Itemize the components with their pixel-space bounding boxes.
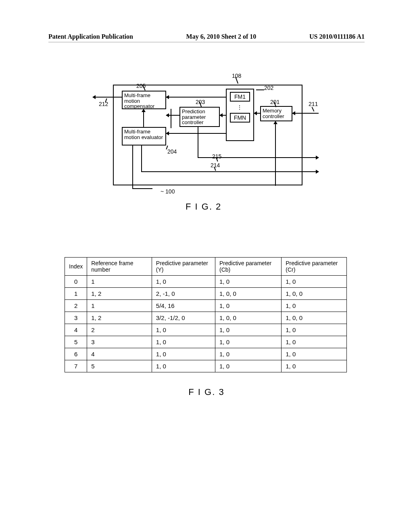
table-row: 6 4 1, 0 1, 0 1, 0 <box>65 348 347 360</box>
block-evaluator: Multi-frame motion evaluator <box>122 127 166 145</box>
arrow-in-right <box>292 113 319 114</box>
arrow-fm-to-eval <box>166 133 226 134</box>
page-header: Patent Application Publication May 6, 20… <box>48 33 365 42</box>
fig2-caption: F I G. 2 <box>186 202 221 212</box>
arrow-100-to-mem <box>275 121 276 186</box>
table-row: 0 1 1, 0 1, 0 1, 0 <box>65 276 347 288</box>
table-row: 5 3 1, 0 1, 0 1, 0 <box>65 336 347 348</box>
block-pred-param: Prediction parameter controller <box>179 107 220 127</box>
label-211: 211 <box>309 101 318 107</box>
arrow-pred-to-comp <box>166 115 179 116</box>
arrow-out-left <box>93 97 122 98</box>
fig3-table-wrap: Index Reference frame number Predictive … <box>65 257 347 372</box>
fig3-caption: F I G. 3 <box>0 387 413 397</box>
fig2-diagram: 108 Multi-frame motion compensator 205 M… <box>93 69 319 214</box>
fig3-table: Index Reference frame number Predictive … <box>65 257 347 372</box>
fmn: FMN <box>230 113 250 123</box>
table-header-row: Index Reference frame number Predictive … <box>65 258 347 276</box>
label-202: 202 <box>264 85 273 91</box>
col-ref-frame: Reference frame number <box>87 258 152 276</box>
label-212: 212 <box>99 101 108 107</box>
arrow-fm-to-comp <box>166 97 226 98</box>
label-100: ~ 100 <box>161 188 175 195</box>
arrow-fm-to-pred <box>220 115 226 116</box>
col-pred-cr: Predictive parameter (Cr) <box>282 258 347 276</box>
table-row: 2 1 5/4, 16 1, 0 1, 0 <box>65 300 347 312</box>
arrow-mem-to-fm <box>254 113 260 114</box>
patent-page: Patent Application Publication May 6, 20… <box>0 0 413 532</box>
block-mem-ctrl: Memory controller <box>260 106 292 121</box>
table-row: 7 5 1, 0 1, 0 1, 0 <box>65 360 347 372</box>
col-index: Index <box>65 258 87 276</box>
col-pred-y: Predictive parameter (Y) <box>152 258 215 276</box>
block-compensator: Multi-frame motion compensator <box>122 91 166 109</box>
arrow-out-215 <box>198 157 319 158</box>
header-right: US 2010/0111186 A1 <box>309 33 365 40</box>
table-row: 4 2 1, 0 1, 0 1, 0 <box>65 324 347 336</box>
label-204: 204 <box>167 148 177 155</box>
label-108: 108 <box>232 73 241 79</box>
header-center: May 6, 2010 Sheet 2 of 10 <box>186 33 257 40</box>
table-row: 3 1, 2 3/2, -1/2, 0 1, 0, 0 1, 0, 0 <box>65 312 347 324</box>
arrow-eval-to-comp <box>143 109 144 127</box>
fm1: FM1 <box>230 92 250 102</box>
label-214: 214 <box>211 162 220 168</box>
fm-dots: ⋮ <box>227 104 253 110</box>
table-row: 1 1, 2 2, -1, 0 1, 0, 0 1, 0, 0 <box>65 288 347 300</box>
frame-memory-group: FM1 ⋮ FMN <box>226 89 254 141</box>
col-pred-cb: Predictive parameter (Cb) <box>215 258 282 276</box>
header-left: Patent Application Publication <box>48 33 133 40</box>
arrow-out-214 <box>141 171 319 172</box>
